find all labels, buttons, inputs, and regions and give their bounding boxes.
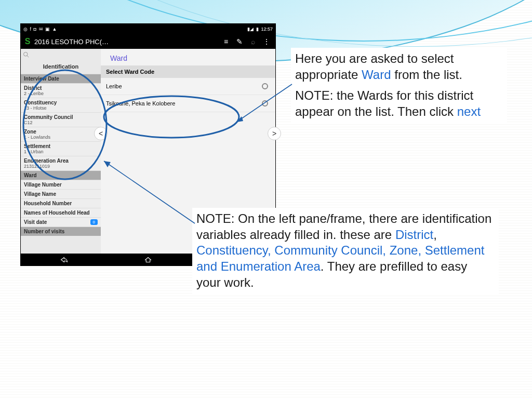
instruction-note-2: NOTE: On the left pane/frame, there are … xyxy=(192,208,499,294)
clock-text: 12:57 xyxy=(261,26,273,32)
ward-option-0-label: Leribe xyxy=(106,83,122,89)
radio-icon xyxy=(262,83,268,89)
row-district[interactable]: District2 - Leribe xyxy=(21,83,101,98)
row-village-name[interactable]: Village Name xyxy=(21,189,101,198)
alert-icon: ▲ xyxy=(52,26,57,32)
list-icon[interactable]: ≡ xyxy=(219,37,233,46)
visit-badge: 0 xyxy=(90,219,98,225)
ward-option-0[interactable]: Leribe xyxy=(101,78,275,95)
district-term: District xyxy=(395,228,433,242)
identification-pane: Identification Interview Date District2 … xyxy=(21,49,101,254)
ward-option-1-label: Tsikoane, Peka le Kolobere xyxy=(106,100,175,107)
svg-line-1 xyxy=(27,56,29,57)
app-icon: ▣ xyxy=(45,26,50,32)
edit-icon[interactable]: ✎ xyxy=(233,37,246,46)
row-enumeration-area[interactable]: Enumeration Area2131211019 xyxy=(21,156,101,170)
row-number-of-visits[interactable]: Number of visits xyxy=(21,227,101,236)
row-zone[interactable]: Zone1 - Lowlands xyxy=(21,127,101,141)
row-constituency[interactable]: Constituency13 - Hlotse xyxy=(21,98,101,112)
app-logo-icon: S xyxy=(23,37,32,46)
overflow-icon[interactable]: ⋮ xyxy=(260,37,273,46)
signal-icon: ▮◢ xyxy=(247,26,254,32)
row-visit-date[interactable]: 0Visit date xyxy=(21,217,101,227)
ward-option-1[interactable]: Tsikoane, Peka le Kolobere xyxy=(101,95,275,112)
next-term: next xyxy=(457,104,481,118)
battery-icon: ▮ xyxy=(256,26,259,32)
radio-icon xyxy=(262,100,268,107)
android-statusbar: ◎ f ◘ ✉ ▣ ▲ ▮◢ ▮ 12:57 xyxy=(21,24,275,34)
prev-button[interactable]: < xyxy=(94,127,108,140)
row-ward[interactable]: Ward xyxy=(21,170,101,180)
row-community-council[interactable]: Community CouncilC12 xyxy=(21,112,101,127)
app-title: 2016 LESOTHO PHC(… xyxy=(34,38,219,46)
shield2-icon: ◘ xyxy=(34,26,36,32)
back-key-icon[interactable] xyxy=(59,256,68,263)
app-actionbar: S 2016 LESOTHO PHC(… ≡ ✎ ⌕ ⋮ xyxy=(21,34,275,49)
search-icon[interactable]: ⌕ xyxy=(246,37,260,46)
mail-icon: ✉ xyxy=(39,26,43,32)
row-interview-date[interactable]: Interview Date xyxy=(21,74,101,83)
select-ward-header: Select Ward Code xyxy=(101,65,275,78)
next-button[interactable]: > xyxy=(268,127,281,140)
row-household-head[interactable]: Names of Household Head xyxy=(21,208,101,217)
identification-heading: Identification xyxy=(21,60,101,74)
svg-point-0 xyxy=(24,52,28,57)
row-village-number[interactable]: Village Number xyxy=(21,180,101,189)
home-key-icon[interactable] xyxy=(143,256,153,263)
ward-title: Ward xyxy=(101,49,275,65)
row-household-number[interactable]: Household Number xyxy=(21,198,101,208)
facebook-icon: f xyxy=(30,26,32,32)
search-small-icon[interactable] xyxy=(23,51,29,58)
instruction-note-1: Here you are asked to select appropriate… xyxy=(291,48,507,123)
row-settlement[interactable]: Settlement1 - Urban xyxy=(21,141,101,156)
shield-icon: ◎ xyxy=(23,26,28,32)
ward-term: Ward xyxy=(362,68,391,82)
